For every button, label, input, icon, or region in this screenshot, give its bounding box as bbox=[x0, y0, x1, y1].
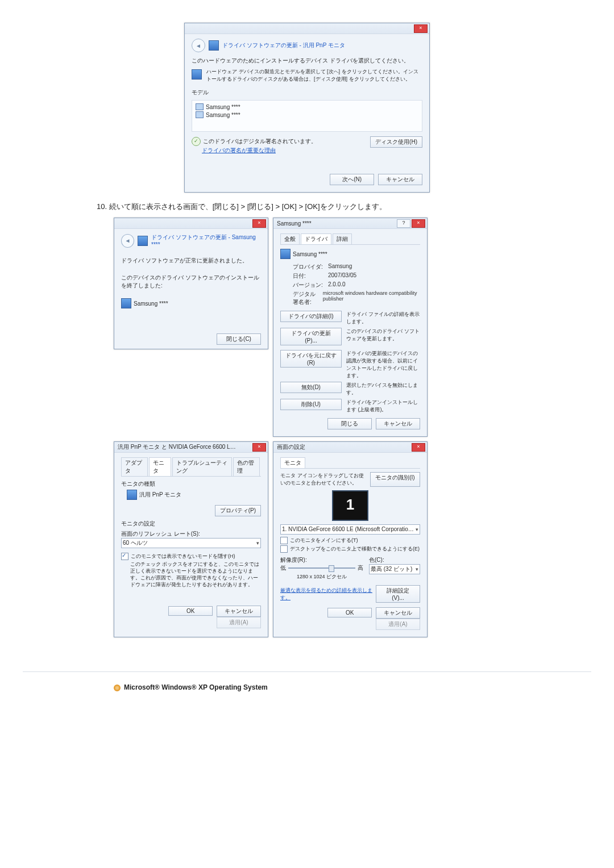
have-disk-button[interactable]: ディスク使用(H) bbox=[370, 136, 422, 148]
color-value: 最高 (32 ビット) bbox=[371, 565, 412, 573]
primary-checkbox[interactable] bbox=[280, 537, 288, 544]
slider-high: 高 bbox=[358, 564, 363, 572]
tab-adapter[interactable]: アダプタ bbox=[121, 457, 148, 476]
next-button[interactable]: 次へ(N) bbox=[330, 174, 374, 185]
k-provider: プロバイダ: bbox=[293, 263, 325, 271]
monitor-type-label: モニタの種類 bbox=[121, 480, 261, 488]
close-button[interactable]: 閉じる(C) bbox=[217, 333, 261, 345]
monitor-number: 1 bbox=[346, 496, 354, 513]
slider-low: 低 bbox=[280, 564, 286, 572]
apply-button[interactable]: 適用(A) bbox=[217, 617, 261, 628]
tabs: モニタ bbox=[280, 457, 420, 469]
color-label: 色(C): bbox=[369, 556, 420, 564]
driver-icon bbox=[209, 40, 219, 51]
dialog-select-driver: × ◄ ドライバ ソフトウェアの更新 - 汎用 PnP モニタ このハードウェア… bbox=[184, 23, 430, 193]
done-title: ドライバ ソフトウェアが正常に更新されました。 bbox=[121, 257, 261, 265]
cancel-button[interactable]: キャンセル bbox=[378, 174, 422, 185]
model-label: モデル bbox=[192, 89, 422, 97]
model-list[interactable]: Samsung **** Samsung **** bbox=[192, 100, 422, 132]
desc-rollback: ドライバの更新後にデバイスの認識が失敗する場合、以前にインストールしたドライバに… bbox=[346, 350, 420, 379]
tab-monitor[interactable]: モニタ bbox=[149, 457, 171, 476]
properties-button[interactable]: プロパティ(P) bbox=[215, 505, 261, 516]
title-bar: 画面の設定 × bbox=[273, 442, 427, 453]
back-icon[interactable]: ◄ bbox=[192, 39, 205, 52]
monitor-settings-label: モニタの設定 bbox=[121, 520, 261, 528]
resolution-value: 1280 x 1024 ピクセル bbox=[280, 573, 363, 581]
os-heading: Microsoft® Windows® XP Operating System bbox=[114, 683, 591, 691]
close-icon[interactable]: × bbox=[414, 24, 428, 33]
title-bar: × bbox=[114, 218, 268, 229]
hide-modes-note: このチェック ボックスをオフにすると、このモニタでは正しく表示できないモードを選… bbox=[130, 561, 261, 589]
monitor-icon bbox=[196, 111, 204, 118]
extend-checkbox[interactable] bbox=[280, 545, 288, 553]
apply-button[interactable]: 適用(A) bbox=[376, 619, 420, 630]
close-icon[interactable]: × bbox=[412, 443, 425, 452]
tab-troubleshoot[interactable]: トラブルシューティング bbox=[172, 457, 232, 476]
k-version: バージョン: bbox=[293, 281, 325, 289]
driver-disable-button[interactable]: 無効(D) bbox=[280, 382, 342, 393]
refresh-rate-label: 画面のリフレッシュ レート(S): bbox=[121, 530, 261, 538]
driver-rollback-button[interactable]: ドライバを元に戻す(R) bbox=[280, 350, 342, 368]
cancel-button[interactable]: キャンセル bbox=[376, 607, 420, 619]
cancel-button[interactable]: キャンセル bbox=[376, 418, 420, 429]
monitor-preview[interactable]: 1 bbox=[332, 490, 368, 521]
step-10-text: 10. 続いて順に表示される画面で、[閉じる] > [閉じる] > [OK] >… bbox=[97, 202, 591, 212]
k-date: 日付: bbox=[293, 272, 325, 280]
signing-help-link[interactable]: ドライバの署名が重要な理由 bbox=[202, 147, 276, 153]
done-text: このデバイスのドライバ ソフトウェアのインストールを終了しました: bbox=[121, 274, 261, 290]
driver-update-button[interactable]: ドライバの更新(P)... bbox=[280, 328, 342, 345]
ok-button[interactable]: OK bbox=[168, 606, 213, 616]
tab-driver[interactable]: ドライバ bbox=[301, 233, 331, 244]
hide-modes-checkbox[interactable] bbox=[121, 553, 128, 560]
tab-general[interactable]: 全般 bbox=[280, 233, 300, 244]
signed-text: このドライバはデジタル署名されています。 bbox=[203, 137, 317, 145]
title-bar: Samsung **** ? × bbox=[273, 218, 427, 229]
device-icon bbox=[121, 298, 131, 308]
shield-icon: ✓ bbox=[192, 137, 201, 146]
adapter-select[interactable]: 1. NVIDIA GeForce 6600 LE (Microsoft Cor… bbox=[280, 524, 420, 535]
ok-button[interactable]: OK bbox=[327, 608, 372, 617]
driver-detail-button[interactable]: ドライバの詳細(I) bbox=[280, 311, 342, 322]
color-select[interactable]: 最高 (32 ビット) bbox=[369, 564, 420, 574]
close-icon[interactable]: × bbox=[412, 219, 425, 228]
tab-color[interactable]: 色の管理 bbox=[233, 457, 260, 476]
monitor-icon bbox=[196, 103, 204, 110]
identify-button[interactable]: モニタの識別(I) bbox=[370, 472, 420, 487]
close-icon[interactable]: × bbox=[252, 219, 266, 228]
dialog-nav-title: ドライバ ソフトウェアの更新 - Samsung **** bbox=[151, 233, 261, 248]
desc-disable: 選択したデバイスを無効にします。 bbox=[346, 382, 420, 397]
tabs: アダプタ モニタ トラブルシューティング 色の管理 bbox=[121, 457, 261, 477]
title-bar: 汎用 PnP モニタ と NVIDIA GeForce 6600 LE (Mic… bbox=[114, 442, 268, 453]
window-title: 画面の設定 bbox=[277, 443, 305, 451]
v-date: 2007/03/05 bbox=[328, 272, 356, 280]
best-display-link[interactable]: 最適な表示を得るための詳細を表示します。 bbox=[280, 587, 376, 602]
tab-detail[interactable]: 詳細 bbox=[333, 233, 352, 244]
close-icon[interactable]: × bbox=[252, 443, 266, 452]
advanced-button[interactable]: 詳細設定(V)... bbox=[376, 585, 420, 603]
window-title: Samsung **** bbox=[277, 220, 312, 227]
k-signer: デジタル署名者: bbox=[293, 290, 320, 306]
driver-icon bbox=[138, 236, 148, 246]
device-icon bbox=[192, 69, 202, 80]
model-item[interactable]: Samsung **** bbox=[206, 112, 240, 118]
desc-update: このデバイスのドライバ ソフトウェアを更新します。 bbox=[346, 328, 420, 343]
model-item[interactable]: Samsung **** bbox=[206, 104, 240, 110]
resolution-slider[interactable]: 低 高 bbox=[280, 564, 363, 572]
monitor-type: 汎用 PnP モニタ bbox=[139, 491, 181, 499]
refresh-rate-select[interactable]: 60 ヘルツ bbox=[121, 538, 261, 548]
driver-uninstall-button[interactable]: 削除(U) bbox=[280, 399, 342, 410]
refresh-rate-value: 60 ヘルツ bbox=[123, 539, 148, 547]
bullet-icon bbox=[114, 683, 124, 691]
dialog-heading: このハードウェアのためにインストールするデバイス ドライバを選択してください。 bbox=[192, 57, 422, 65]
dialog-driver-properties: Samsung **** ? × 全般 ドライバ 詳細 Samsung ****… bbox=[273, 218, 428, 437]
tab-monitor[interactable]: モニタ bbox=[280, 457, 305, 468]
device-icon bbox=[127, 490, 137, 500]
close-button[interactable]: 閉じる bbox=[327, 418, 372, 429]
v-version: 2.0.0.0 bbox=[328, 281, 346, 289]
adapter-value: 1. NVIDIA GeForce 6600 LE (Microsoft Cor… bbox=[282, 525, 416, 533]
v-signer: microsoft windows hardware compatibility… bbox=[323, 290, 420, 306]
help-icon[interactable]: ? bbox=[397, 219, 410, 228]
dialog-display-settings: 画面の設定 × モニタ モニタ アイコンをドラッグしてお使いのモニタと合わせてく… bbox=[273, 441, 428, 637]
cancel-button[interactable]: キャンセル bbox=[217, 606, 261, 617]
title-bar: × bbox=[185, 23, 429, 34]
